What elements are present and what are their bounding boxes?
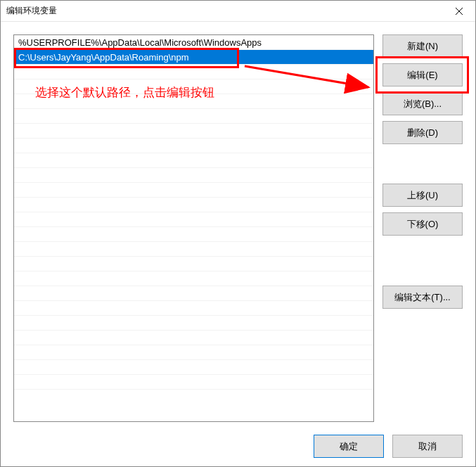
list-item[interactable] — [14, 153, 373, 168]
list-item[interactable] — [14, 257, 373, 271]
list-item[interactable] — [14, 375, 373, 390]
list-item[interactable] — [14, 139, 373, 153]
button-column: 新建(N) 编辑(E) 浏览(B)... 删除(D) 上移(U) 下移(O) 编… — [382, 34, 463, 422]
ok-button[interactable]: 确定 — [314, 435, 384, 458]
edit-text-button[interactable]: 编辑文本(T)... — [382, 286, 463, 309]
list-item[interactable]: C:\Users\JayYang\AppData\Roaming\npm — [14, 50, 373, 65]
list-item[interactable] — [14, 271, 373, 286]
list-item[interactable] — [14, 109, 373, 124]
list-item[interactable] — [14, 124, 373, 139]
list-item[interactable] — [14, 331, 373, 345]
cancel-button[interactable]: 取消 — [392, 435, 463, 458]
list-item[interactable] — [14, 65, 373, 79]
close-icon — [456, 8, 463, 15]
dialog-footer: 确定 取消 — [13, 430, 463, 458]
dialog-body: %USERPROFILE%\AppData\Local\Microsoft\Wi… — [1, 22, 475, 466]
main-row: %USERPROFILE%\AppData\Local\Microsoft\Wi… — [13, 34, 463, 422]
titlebar: 编辑环境变量 — [1, 1, 475, 22]
move-down-button[interactable]: 下移(O) — [382, 212, 463, 236]
window-title: 编辑环境变量 — [6, 5, 57, 17]
list-item[interactable] — [14, 79, 373, 94]
list-item[interactable] — [14, 94, 373, 109]
move-up-button[interactable]: 上移(U) — [382, 184, 463, 207]
close-button[interactable] — [443, 1, 475, 22]
list-item[interactable] — [14, 198, 373, 212]
list-item[interactable] — [14, 242, 373, 257]
list-item[interactable]: %USERPROFILE%\AppData\Local\Microsoft\Wi… — [14, 35, 373, 50]
path-listbox[interactable]: %USERPROFILE%\AppData\Local\Microsoft\Wi… — [13, 34, 374, 422]
list-item[interactable] — [14, 316, 373, 331]
browse-button[interactable]: 浏览(B)... — [382, 92, 463, 115]
list-item[interactable] — [14, 183, 373, 198]
list-item[interactable] — [14, 227, 373, 242]
edit-button[interactable]: 编辑(E) — [382, 63, 463, 87]
delete-button[interactable]: 删除(D) — [382, 121, 463, 144]
list-item[interactable] — [14, 301, 373, 316]
list-item[interactable] — [14, 360, 373, 375]
list-item[interactable] — [14, 168, 373, 183]
list-item[interactable] — [14, 286, 373, 301]
new-button[interactable]: 新建(N) — [382, 34, 463, 58]
list-item[interactable] — [14, 212, 373, 227]
list-item[interactable] — [14, 345, 373, 360]
